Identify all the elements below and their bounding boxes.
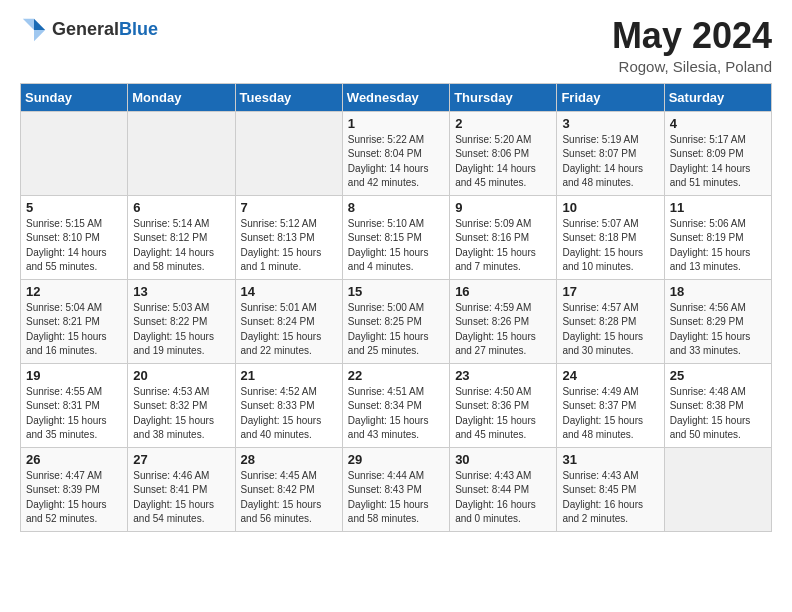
calendar-table: SundayMondayTuesdayWednesdayThursdayFrid… [20, 83, 772, 532]
calendar-cell: 16Sunrise: 4:59 AMSunset: 8:26 PMDayligh… [450, 279, 557, 363]
col-header-sunday: Sunday [21, 83, 128, 111]
day-number: 18 [670, 284, 766, 299]
cell-info: Sunrise: 5:07 AMSunset: 8:18 PMDaylight:… [562, 217, 658, 275]
day-number: 25 [670, 368, 766, 383]
cell-info: Sunrise: 5:10 AMSunset: 8:15 PMDaylight:… [348, 217, 444, 275]
day-number: 10 [562, 200, 658, 215]
calendar-week-3: 12Sunrise: 5:04 AMSunset: 8:21 PMDayligh… [21, 279, 772, 363]
day-number: 22 [348, 368, 444, 383]
calendar-cell: 9Sunrise: 5:09 AMSunset: 8:16 PMDaylight… [450, 195, 557, 279]
cell-info: Sunrise: 4:47 AMSunset: 8:39 PMDaylight:… [26, 469, 122, 527]
cell-info: Sunrise: 5:19 AMSunset: 8:07 PMDaylight:… [562, 133, 658, 191]
calendar-cell: 26Sunrise: 4:47 AMSunset: 8:39 PMDayligh… [21, 447, 128, 531]
col-header-wednesday: Wednesday [342, 83, 449, 111]
cell-info: Sunrise: 5:00 AMSunset: 8:25 PMDaylight:… [348, 301, 444, 359]
day-number: 8 [348, 200, 444, 215]
calendar-cell: 6Sunrise: 5:14 AMSunset: 8:12 PMDaylight… [128, 195, 235, 279]
day-number: 20 [133, 368, 229, 383]
calendar-cell: 8Sunrise: 5:10 AMSunset: 8:15 PMDaylight… [342, 195, 449, 279]
svg-marker-2 [23, 19, 34, 30]
cell-info: Sunrise: 5:12 AMSunset: 8:13 PMDaylight:… [241, 217, 337, 275]
calendar-cell: 28Sunrise: 4:45 AMSunset: 8:42 PMDayligh… [235, 447, 342, 531]
cell-info: Sunrise: 5:20 AMSunset: 8:06 PMDaylight:… [455, 133, 551, 191]
col-header-thursday: Thursday [450, 83, 557, 111]
cell-info: Sunrise: 5:17 AMSunset: 8:09 PMDaylight:… [670, 133, 766, 191]
calendar-cell: 11Sunrise: 5:06 AMSunset: 8:19 PMDayligh… [664, 195, 771, 279]
day-number: 9 [455, 200, 551, 215]
day-number: 7 [241, 200, 337, 215]
cell-info: Sunrise: 5:22 AMSunset: 8:04 PMDaylight:… [348, 133, 444, 191]
day-number: 4 [670, 116, 766, 131]
day-number: 30 [455, 452, 551, 467]
day-number: 14 [241, 284, 337, 299]
day-number: 3 [562, 116, 658, 131]
cell-info: Sunrise: 5:15 AMSunset: 8:10 PMDaylight:… [26, 217, 122, 275]
calendar-cell: 25Sunrise: 4:48 AMSunset: 8:38 PMDayligh… [664, 363, 771, 447]
cell-info: Sunrise: 5:14 AMSunset: 8:12 PMDaylight:… [133, 217, 229, 275]
day-number: 13 [133, 284, 229, 299]
cell-info: Sunrise: 5:01 AMSunset: 8:24 PMDaylight:… [241, 301, 337, 359]
cell-info: Sunrise: 5:04 AMSunset: 8:21 PMDaylight:… [26, 301, 122, 359]
calendar-header-row: SundayMondayTuesdayWednesdayThursdayFrid… [21, 83, 772, 111]
day-number: 1 [348, 116, 444, 131]
calendar-cell: 15Sunrise: 5:00 AMSunset: 8:25 PMDayligh… [342, 279, 449, 363]
cell-info: Sunrise: 4:49 AMSunset: 8:37 PMDaylight:… [562, 385, 658, 443]
calendar-cell: 13Sunrise: 5:03 AMSunset: 8:22 PMDayligh… [128, 279, 235, 363]
day-number: 26 [26, 452, 122, 467]
calendar-cell [128, 111, 235, 195]
calendar-cell: 14Sunrise: 5:01 AMSunset: 8:24 PMDayligh… [235, 279, 342, 363]
calendar-week-5: 26Sunrise: 4:47 AMSunset: 8:39 PMDayligh… [21, 447, 772, 531]
calendar-cell: 19Sunrise: 4:55 AMSunset: 8:31 PMDayligh… [21, 363, 128, 447]
cell-info: Sunrise: 4:46 AMSunset: 8:41 PMDaylight:… [133, 469, 229, 527]
cell-info: Sunrise: 4:43 AMSunset: 8:44 PMDaylight:… [455, 469, 551, 527]
day-number: 16 [455, 284, 551, 299]
calendar-cell: 31Sunrise: 4:43 AMSunset: 8:45 PMDayligh… [557, 447, 664, 531]
calendar-cell: 22Sunrise: 4:51 AMSunset: 8:34 PMDayligh… [342, 363, 449, 447]
calendar-cell: 23Sunrise: 4:50 AMSunset: 8:36 PMDayligh… [450, 363, 557, 447]
calendar-week-4: 19Sunrise: 4:55 AMSunset: 8:31 PMDayligh… [21, 363, 772, 447]
calendar-week-1: 1Sunrise: 5:22 AMSunset: 8:04 PMDaylight… [21, 111, 772, 195]
calendar-cell: 3Sunrise: 5:19 AMSunset: 8:07 PMDaylight… [557, 111, 664, 195]
col-header-friday: Friday [557, 83, 664, 111]
cell-info: Sunrise: 4:55 AMSunset: 8:31 PMDaylight:… [26, 385, 122, 443]
calendar-cell: 30Sunrise: 4:43 AMSunset: 8:44 PMDayligh… [450, 447, 557, 531]
calendar-cell: 2Sunrise: 5:20 AMSunset: 8:06 PMDaylight… [450, 111, 557, 195]
page-header: GeneralBlue May 2024 Rogow, Silesia, Pol… [20, 16, 772, 75]
month-title: May 2024 [612, 16, 772, 56]
cell-info: Sunrise: 4:45 AMSunset: 8:42 PMDaylight:… [241, 469, 337, 527]
cell-info: Sunrise: 5:09 AMSunset: 8:16 PMDaylight:… [455, 217, 551, 275]
title-block: May 2024 Rogow, Silesia, Poland [612, 16, 772, 75]
day-number: 24 [562, 368, 658, 383]
calendar-cell: 29Sunrise: 4:44 AMSunset: 8:43 PMDayligh… [342, 447, 449, 531]
day-number: 5 [26, 200, 122, 215]
svg-marker-1 [34, 30, 45, 41]
col-header-saturday: Saturday [664, 83, 771, 111]
cell-info: Sunrise: 4:53 AMSunset: 8:32 PMDaylight:… [133, 385, 229, 443]
cell-info: Sunrise: 4:48 AMSunset: 8:38 PMDaylight:… [670, 385, 766, 443]
day-number: 12 [26, 284, 122, 299]
cell-info: Sunrise: 4:51 AMSunset: 8:34 PMDaylight:… [348, 385, 444, 443]
cell-info: Sunrise: 4:59 AMSunset: 8:26 PMDaylight:… [455, 301, 551, 359]
day-number: 23 [455, 368, 551, 383]
cell-info: Sunrise: 4:56 AMSunset: 8:29 PMDaylight:… [670, 301, 766, 359]
logo-general: General [52, 19, 119, 39]
calendar-cell: 21Sunrise: 4:52 AMSunset: 8:33 PMDayligh… [235, 363, 342, 447]
calendar-cell [664, 447, 771, 531]
calendar-cell [235, 111, 342, 195]
svg-marker-0 [34, 19, 45, 30]
cell-info: Sunrise: 5:06 AMSunset: 8:19 PMDaylight:… [670, 217, 766, 275]
day-number: 15 [348, 284, 444, 299]
cell-info: Sunrise: 5:03 AMSunset: 8:22 PMDaylight:… [133, 301, 229, 359]
col-header-monday: Monday [128, 83, 235, 111]
calendar-cell: 24Sunrise: 4:49 AMSunset: 8:37 PMDayligh… [557, 363, 664, 447]
day-number: 27 [133, 452, 229, 467]
location: Rogow, Silesia, Poland [612, 58, 772, 75]
day-number: 31 [562, 452, 658, 467]
cell-info: Sunrise: 4:50 AMSunset: 8:36 PMDaylight:… [455, 385, 551, 443]
calendar-week-2: 5Sunrise: 5:15 AMSunset: 8:10 PMDaylight… [21, 195, 772, 279]
calendar-cell: 12Sunrise: 5:04 AMSunset: 8:21 PMDayligh… [21, 279, 128, 363]
calendar-cell: 18Sunrise: 4:56 AMSunset: 8:29 PMDayligh… [664, 279, 771, 363]
logo: GeneralBlue [20, 16, 158, 44]
calendar-cell: 27Sunrise: 4:46 AMSunset: 8:41 PMDayligh… [128, 447, 235, 531]
calendar-cell: 7Sunrise: 5:12 AMSunset: 8:13 PMDaylight… [235, 195, 342, 279]
